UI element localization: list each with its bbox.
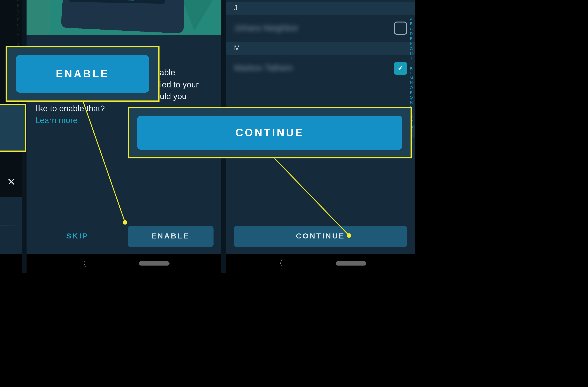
bottom-actions: SKIP ENABLE (26, 226, 221, 247)
hero-illustration (26, 0, 221, 35)
letter-header-m: M (226, 41, 415, 55)
contact-name: Markov Talhem (234, 63, 388, 73)
close-icon[interactable]: ✕ (7, 176, 16, 188)
callout-continue: CONTINUE (128, 107, 412, 158)
sheet-add-group[interactable]: Add Group (0, 225, 15, 254)
system-nav: 〈 (26, 254, 221, 273)
system-nav: 〈 (0, 254, 22, 273)
cactus-graphic (26, 0, 50, 35)
checkbox-icon[interactable] (394, 21, 407, 35)
system-nav: 〈 (226, 254, 415, 273)
callout-enable-button: ENABLE (16, 55, 149, 93)
callout-continue-button: CONTINUE (138, 116, 402, 150)
nav-back-icon[interactable]: 〈 (79, 258, 86, 268)
contact-row[interactable]: Johara Neighbor (226, 15, 415, 41)
echo-show-graphic (61, 0, 185, 34)
callout-enable: ENABLE (5, 46, 159, 102)
checkbox-icon[interactable]: ✓ (394, 62, 407, 75)
continue-button[interactable]: CONTINUE (234, 226, 407, 247)
bottom-actions: CONTINUE (234, 226, 407, 247)
avatar-graphic (104, 0, 136, 0)
contact-row[interactable]: Kathi Abelson ✓ (226, 0, 415, 1)
letter-header-j: J (226, 1, 415, 15)
nav-back-icon[interactable]: 〈 (275, 258, 283, 268)
contact-name: Johara Neighbor (234, 23, 388, 33)
enable-button[interactable]: ENABLE (127, 226, 213, 247)
contact-row[interactable]: Markov Talhem ✓ (226, 55, 415, 82)
skip-button[interactable]: SKIP (34, 226, 121, 247)
sheet-add-contact[interactable]: Add Contact (0, 197, 15, 225)
nav-home-pill[interactable] (336, 261, 366, 265)
nav-home-pill[interactable] (139, 261, 169, 265)
callout-add-group: Add Group (0, 104, 26, 152)
bottom-sheet: ✕ Add Contact Add Group (0, 197, 22, 254)
learn-more-link[interactable]: Learn more (35, 116, 78, 125)
